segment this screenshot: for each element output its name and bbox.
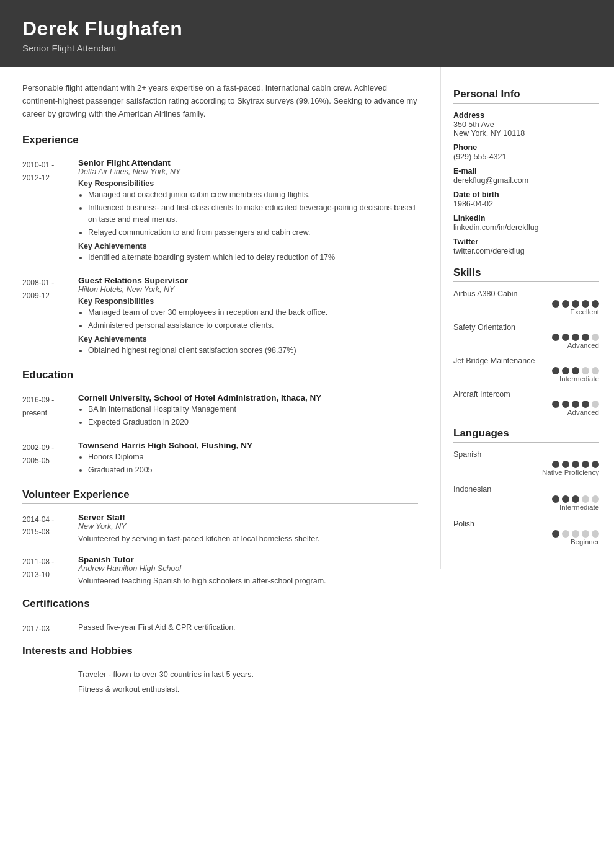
skill-dot xyxy=(592,401,599,408)
interest-item-1: Traveler - flown to over 30 countries in… xyxy=(78,669,418,681)
vol2-text: Volunteered teaching Spanish to high sch… xyxy=(78,575,418,587)
cert1-text: Passed five-year First Aid & CPR certifi… xyxy=(78,622,418,634)
language-item-0: Spanish Native Proficiency xyxy=(453,450,599,476)
vol1-title: Server Staff xyxy=(78,513,418,522)
exp2-resp-label: Key Responsibilities xyxy=(78,297,418,306)
summary-text: Personable flight attendant with 2+ year… xyxy=(22,82,418,120)
phone-value: (929) 555-4321 xyxy=(453,153,599,161)
list-item: Graduated in 2005 xyxy=(88,464,418,476)
phone-label: Phone xyxy=(453,143,599,152)
lang-dots xyxy=(453,495,599,503)
list-item: Expected Graduation in 2020 xyxy=(88,417,418,428)
exp1-content: Senior Flight Attendant Delta Air Lines,… xyxy=(78,158,418,266)
lang-dot xyxy=(592,495,599,503)
skill-dot xyxy=(572,401,579,408)
left-column: Personable flight attendant with 2+ year… xyxy=(0,67,440,721)
lang-dot xyxy=(562,495,569,503)
skill-item-0: Airbus A380 Cabin Excellent xyxy=(453,290,599,316)
edu2-bullets: Honors Diploma Graduated in 2005 xyxy=(78,451,418,476)
exp1-achievements: Identified alternate boarding system whi… xyxy=(78,252,418,264)
lang-dot xyxy=(582,495,589,503)
exp1-resp-label: Key Responsibilities xyxy=(78,179,418,188)
skill-item-2: Jet Bridge Maintenance Intermediate xyxy=(453,356,599,383)
skills-title: Skills xyxy=(453,267,599,282)
list-item: Managed team of over 30 employees in rec… xyxy=(88,307,418,319)
lang-dots xyxy=(453,461,599,468)
skill-dot xyxy=(552,401,559,408)
address-label: Address xyxy=(453,111,599,120)
interest-entry: Traveler - flown to over 30 countries in… xyxy=(22,669,418,696)
interest-date xyxy=(22,669,78,696)
main-layout: Personable flight attendant with 2+ year… xyxy=(0,67,614,721)
exp1-subtitle: Delta Air Lines, New York, NY xyxy=(78,167,418,176)
exp2-achievements: Obtained highest regional client satisfa… xyxy=(78,345,418,356)
list-item: Influenced business- and first-class cli… xyxy=(88,202,418,226)
skill-dots xyxy=(453,300,599,308)
skill-dot xyxy=(552,367,559,374)
vol2-subtitle: Andrew Hamilton High School xyxy=(78,564,418,573)
cert1-content: Passed five-year First Aid & CPR certifi… xyxy=(78,622,418,635)
exp2-subtitle: Hilton Hotels, New York, NY xyxy=(78,285,418,294)
lang-dot xyxy=(572,461,579,468)
interest-content: Traveler - flown to over 30 countries in… xyxy=(78,669,418,696)
vol1-date: 2014-04 - 2015-08 xyxy=(22,513,78,545)
skill-dot xyxy=(552,334,559,341)
languages-container: Spanish Native Proficiency Indonesian In… xyxy=(453,450,599,546)
dob-value: 1986-04-02 xyxy=(453,200,599,208)
list-item: Honors Diploma xyxy=(88,451,418,463)
skill-name: Aircraft Intercom xyxy=(453,390,599,399)
linkedin-label: LinkedIn xyxy=(453,214,599,223)
skill-level: Intermediate xyxy=(453,375,599,383)
resume-header: Derek Flughafen Senior Flight Attendant xyxy=(0,0,614,67)
lang-dot xyxy=(562,530,569,538)
skill-level: Excellent xyxy=(453,308,599,316)
email-value: derekflug@gmail.com xyxy=(453,176,599,185)
skill-name: Jet Bridge Maintenance xyxy=(453,356,599,365)
skill-dot xyxy=(572,300,579,308)
lang-dot xyxy=(572,530,579,538)
skills-container: Airbus A380 Cabin Excellent Safety Orien… xyxy=(453,290,599,416)
twitter-value: twitter.com/derekflug xyxy=(453,247,599,255)
skill-dot xyxy=(582,300,589,308)
edu1-bullets: BA in International Hospitality Manageme… xyxy=(78,404,418,428)
exp2-date: 2008-01 - 2009-12 xyxy=(22,276,78,359)
skill-dot xyxy=(582,367,589,374)
exp1-responsibilities: Managed and coached junior cabin crew me… xyxy=(78,189,418,239)
linkedin-value: linkedin.com/in/derekflug xyxy=(453,223,599,232)
edu2-date: 2002-09 - 2005-05 xyxy=(22,441,78,479)
skill-dot xyxy=(582,334,589,341)
list-item: BA in International Hospitality Manageme… xyxy=(88,404,418,415)
language-item-2: Polish Beginner xyxy=(453,520,599,546)
language-item-1: Indonesian Intermediate xyxy=(453,485,599,511)
skill-dot xyxy=(592,334,599,341)
experience-entry-2: 2008-01 - 2009-12 Guest Relations Superv… xyxy=(22,276,418,359)
lang-name: Polish xyxy=(453,520,599,528)
skill-name: Airbus A380 Cabin xyxy=(453,290,599,298)
experience-title: Experience xyxy=(22,134,418,149)
volunteer-title: Volunteer Experience xyxy=(22,489,418,504)
lang-name: Spanish xyxy=(453,450,599,459)
list-item: Administered personal assistance to corp… xyxy=(88,320,418,332)
lang-level: Intermediate xyxy=(453,503,599,511)
candidate-title: Senior Flight Attendant xyxy=(22,43,592,53)
cert1-date: 2017-03 xyxy=(22,622,78,635)
exp2-responsibilities: Managed team of over 30 employees in rec… xyxy=(78,307,418,332)
exp1-achieve-label: Key Achievements xyxy=(78,242,418,250)
right-column: Personal Info Address 350 5th AveNew Yor… xyxy=(440,67,614,569)
interest-item-2: Fitness & workout enthusiast. xyxy=(78,684,418,696)
vol1-content: Server Staff New York, NY Volunteered by… xyxy=(78,513,418,545)
volunteer-section: Volunteer Experience 2014-04 - 2015-08 S… xyxy=(22,489,418,588)
exp2-content: Guest Relations Supervisor Hilton Hotels… xyxy=(78,276,418,359)
twitter-label: Twitter xyxy=(453,237,599,246)
skill-level: Advanced xyxy=(453,342,599,349)
exp2-title: Guest Relations Supervisor xyxy=(78,276,418,285)
lang-dot xyxy=(592,530,599,538)
education-section: Education 2016-09 - present Cornell Univ… xyxy=(22,369,418,479)
skill-dot xyxy=(562,367,569,374)
skill-dot xyxy=(572,367,579,374)
lang-dot xyxy=(572,495,579,503)
lang-dot xyxy=(582,461,589,468)
edu1-content: Cornell University, School of Hotel Admi… xyxy=(78,393,418,431)
edu2-title: Townsend Harris High School, Flushing, N… xyxy=(78,441,418,450)
cert-entry-1: 2017-03 Passed five-year First Aid & CPR… xyxy=(22,622,418,635)
